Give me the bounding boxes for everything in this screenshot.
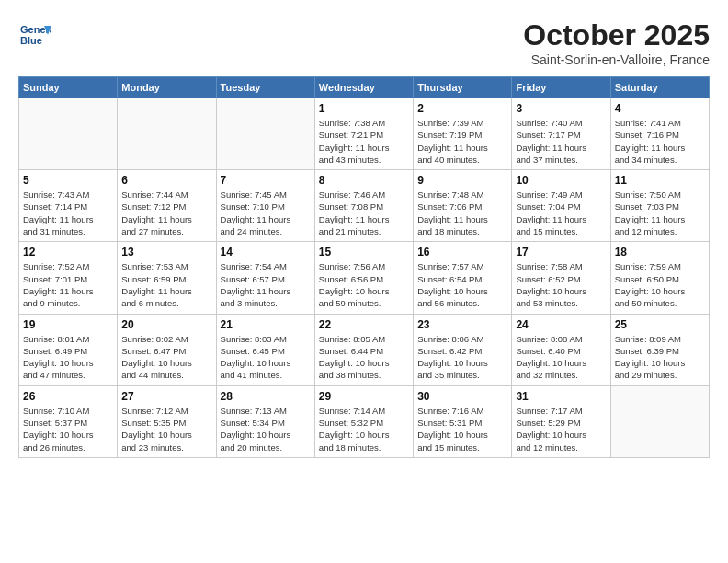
location: Saint-Sorlin-en-Valloire, France — [523, 52, 710, 67]
day-info: Sunrise: 7:56 AM Sunset: 6:56 PM Dayligh… — [319, 260, 409, 309]
day-info: Sunrise: 7:45 AM Sunset: 7:10 PM Dayligh… — [221, 189, 311, 237]
weekday-header-tuesday: Tuesday — [216, 77, 314, 98]
day-info: Sunrise: 7:52 AM Sunset: 7:01 PM Dayligh… — [23, 260, 113, 309]
day-number: 30 — [417, 390, 507, 403]
day-cell — [19, 98, 118, 170]
day-cell: 1Sunrise: 7:38 AM Sunset: 7:21 PM Daylig… — [314, 98, 413, 170]
day-cell: 12Sunrise: 7:52 AM Sunset: 7:01 PM Dayli… — [19, 242, 118, 314]
day-cell: 17Sunrise: 7:58 AM Sunset: 6:52 PM Dayli… — [512, 242, 610, 314]
day-cell: 28Sunrise: 7:13 AM Sunset: 5:34 PM Dayli… — [216, 385, 314, 457]
day-cell: 16Sunrise: 7:57 AM Sunset: 6:54 PM Dayli… — [414, 242, 512, 314]
day-cell: 9Sunrise: 7:48 AM Sunset: 7:06 PM Daylig… — [414, 170, 512, 242]
weekday-header-saturday: Saturday — [610, 77, 709, 98]
page-header: General Blue October 2025 Saint-Sorlin-e… — [18, 18, 710, 67]
day-info: Sunrise: 8:02 AM Sunset: 6:47 PM Dayligh… — [121, 333, 211, 382]
weekday-header-sunday: Sunday — [19, 77, 118, 98]
day-info: Sunrise: 7:41 AM Sunset: 7:16 PM Dayligh… — [615, 117, 705, 166]
day-number: 6 — [121, 174, 211, 187]
day-cell: 22Sunrise: 8:05 AM Sunset: 6:44 PM Dayli… — [314, 314, 413, 385]
week-row-1: 1Sunrise: 7:38 AM Sunset: 7:21 PM Daylig… — [19, 98, 710, 170]
day-cell: 21Sunrise: 8:03 AM Sunset: 6:45 PM Dayli… — [216, 314, 314, 385]
month-year: October 2025 — [523, 18, 710, 52]
day-number: 22 — [319, 318, 409, 331]
day-number: 24 — [516, 318, 606, 331]
day-number: 9 — [417, 174, 507, 187]
day-number: 17 — [516, 246, 606, 259]
day-number: 14 — [221, 246, 311, 259]
day-info: Sunrise: 7:16 AM Sunset: 5:31 PM Dayligh… — [417, 405, 507, 454]
day-cell: 3Sunrise: 7:40 AM Sunset: 7:17 PM Daylig… — [512, 98, 610, 170]
day-cell: 23Sunrise: 8:06 AM Sunset: 6:42 PM Dayli… — [414, 314, 512, 385]
day-info: Sunrise: 8:09 AM Sunset: 6:39 PM Dayligh… — [615, 333, 705, 382]
svg-text:Blue: Blue — [20, 35, 42, 46]
weekday-header-row: SundayMondayTuesdayWednesdayThursdayFrid… — [19, 77, 710, 98]
day-info: Sunrise: 8:08 AM Sunset: 6:40 PM Dayligh… — [516, 333, 606, 382]
day-number: 18 — [615, 246, 705, 259]
day-info: Sunrise: 7:50 AM Sunset: 7:03 PM Dayligh… — [615, 189, 705, 237]
logo-icon: General Blue — [18, 18, 51, 52]
day-info: Sunrise: 7:58 AM Sunset: 6:52 PM Dayligh… — [516, 260, 606, 309]
day-info: Sunrise: 7:12 AM Sunset: 5:35 PM Dayligh… — [121, 405, 211, 454]
day-number: 15 — [319, 246, 409, 259]
day-info: Sunrise: 7:57 AM Sunset: 6:54 PM Dayligh… — [417, 260, 507, 309]
day-cell: 20Sunrise: 8:02 AM Sunset: 6:47 PM Dayli… — [118, 314, 216, 385]
day-number: 23 — [417, 318, 507, 331]
day-cell: 29Sunrise: 7:14 AM Sunset: 5:32 PM Dayli… — [314, 385, 413, 457]
day-cell: 11Sunrise: 7:50 AM Sunset: 7:03 PM Dayli… — [610, 170, 709, 242]
title-block: October 2025 Saint-Sorlin-en-Valloire, F… — [523, 18, 710, 67]
day-info: Sunrise: 7:44 AM Sunset: 7:12 PM Dayligh… — [121, 189, 211, 237]
day-cell: 25Sunrise: 8:09 AM Sunset: 6:39 PM Dayli… — [610, 314, 709, 385]
day-info: Sunrise: 7:49 AM Sunset: 7:04 PM Dayligh… — [516, 189, 606, 237]
day-cell: 6Sunrise: 7:44 AM Sunset: 7:12 PM Daylig… — [118, 170, 216, 242]
day-number: 3 — [516, 102, 606, 115]
week-row-3: 12Sunrise: 7:52 AM Sunset: 7:01 PM Dayli… — [19, 242, 710, 314]
day-number: 4 — [615, 102, 705, 115]
calendar-table: SundayMondayTuesdayWednesdayThursdayFrid… — [18, 76, 710, 458]
day-info: Sunrise: 7:13 AM Sunset: 5:34 PM Dayligh… — [221, 405, 311, 454]
day-number: 11 — [615, 174, 705, 187]
day-info: Sunrise: 7:46 AM Sunset: 7:08 PM Dayligh… — [319, 189, 409, 237]
week-row-2: 5Sunrise: 7:43 AM Sunset: 7:14 PM Daylig… — [19, 170, 710, 242]
day-info: Sunrise: 7:40 AM Sunset: 7:17 PM Dayligh… — [516, 117, 606, 166]
day-number: 1 — [319, 102, 409, 115]
day-info: Sunrise: 7:48 AM Sunset: 7:06 PM Dayligh… — [417, 189, 507, 237]
day-info: Sunrise: 7:38 AM Sunset: 7:21 PM Dayligh… — [319, 117, 409, 166]
day-number: 26 — [23, 390, 113, 403]
day-info: Sunrise: 7:17 AM Sunset: 5:29 PM Dayligh… — [516, 405, 606, 454]
day-number: 10 — [516, 174, 606, 187]
day-cell: 26Sunrise: 7:10 AM Sunset: 5:37 PM Dayli… — [19, 385, 118, 457]
week-row-5: 26Sunrise: 7:10 AM Sunset: 5:37 PM Dayli… — [19, 385, 710, 457]
weekday-header-thursday: Thursday — [414, 77, 512, 98]
day-number: 8 — [319, 174, 409, 187]
day-cell: 7Sunrise: 7:45 AM Sunset: 7:10 PM Daylig… — [216, 170, 314, 242]
day-cell: 15Sunrise: 7:56 AM Sunset: 6:56 PM Dayli… — [314, 242, 413, 314]
day-number: 12 — [23, 246, 113, 259]
day-cell: 4Sunrise: 7:41 AM Sunset: 7:16 PM Daylig… — [610, 98, 709, 170]
day-number: 13 — [121, 246, 211, 259]
weekday-header-monday: Monday — [118, 77, 216, 98]
day-info: Sunrise: 7:14 AM Sunset: 5:32 PM Dayligh… — [319, 405, 409, 454]
day-number: 5 — [23, 174, 113, 187]
day-number: 19 — [23, 318, 113, 331]
day-info: Sunrise: 8:05 AM Sunset: 6:44 PM Dayligh… — [319, 333, 409, 382]
day-info: Sunrise: 7:39 AM Sunset: 7:19 PM Dayligh… — [417, 117, 507, 166]
logo: General Blue — [18, 18, 51, 52]
day-number: 25 — [615, 318, 705, 331]
day-number: 16 — [417, 246, 507, 259]
day-info: Sunrise: 7:43 AM Sunset: 7:14 PM Dayligh… — [23, 189, 113, 237]
day-cell: 19Sunrise: 8:01 AM Sunset: 6:49 PM Dayli… — [19, 314, 118, 385]
day-info: Sunrise: 8:03 AM Sunset: 6:45 PM Dayligh… — [221, 333, 311, 382]
day-info: Sunrise: 7:10 AM Sunset: 5:37 PM Dayligh… — [23, 405, 113, 454]
week-row-4: 19Sunrise: 8:01 AM Sunset: 6:49 PM Dayli… — [19, 314, 710, 385]
day-cell: 30Sunrise: 7:16 AM Sunset: 5:31 PM Dayli… — [414, 385, 512, 457]
day-cell: 14Sunrise: 7:54 AM Sunset: 6:57 PM Dayli… — [216, 242, 314, 314]
weekday-header-friday: Friday — [512, 77, 610, 98]
weekday-header-wednesday: Wednesday — [314, 77, 413, 98]
day-cell — [118, 98, 216, 170]
day-info: Sunrise: 7:59 AM Sunset: 6:50 PM Dayligh… — [615, 260, 705, 309]
day-number: 29 — [319, 390, 409, 403]
day-info: Sunrise: 8:06 AM Sunset: 6:42 PM Dayligh… — [417, 333, 507, 382]
day-cell: 18Sunrise: 7:59 AM Sunset: 6:50 PM Dayli… — [610, 242, 709, 314]
day-cell: 5Sunrise: 7:43 AM Sunset: 7:14 PM Daylig… — [19, 170, 118, 242]
day-cell — [216, 98, 314, 170]
